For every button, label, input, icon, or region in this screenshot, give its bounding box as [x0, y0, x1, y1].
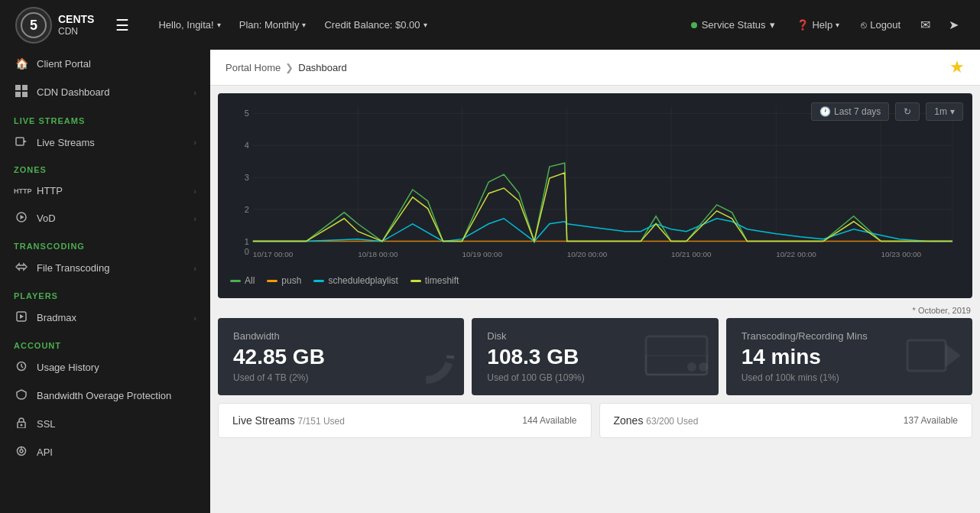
live-streams-available: 144 Available: [522, 415, 576, 426]
svg-text:3: 3: [245, 173, 249, 182]
legend-scheduledplaylist-label: scheduledplaylist: [328, 275, 398, 286]
chart-container: 🕐 Last 7 days ↻ 1m ▾: [218, 93, 972, 298]
topbar: 5 CENTS CDN ☰ Hello, Ingita! ▾ Plan: Mon…: [0, 0, 980, 50]
section-zones: ZONES: [0, 156, 210, 177]
october-note: * October, 2019: [210, 306, 980, 318]
svg-text:10/20 00:00: 10/20 00:00: [567, 250, 608, 258]
sidebar-live-streams-label: Live Streams: [37, 137, 95, 148]
logout-button[interactable]: ⎋ Logout: [853, 15, 908, 35]
sidebar-item-bandwidth-protection[interactable]: Bandwidth Overage Protection: [0, 382, 210, 410]
time-range-label: Last 7 days: [834, 106, 881, 117]
plan-chevron: ▾: [302, 21, 306, 29]
legend-scheduledplaylist: scheduledplaylist: [313, 275, 398, 286]
svg-point-49: [687, 362, 696, 372]
sidebar-item-ssl[interactable]: SSL: [0, 410, 210, 438]
legend-all: All: [230, 275, 255, 286]
favorite-button[interactable]: ★: [949, 57, 965, 77]
logo-text: CENTS CDN: [58, 13, 94, 37]
svg-text:10/22 00:00: 10/22 00:00: [776, 250, 816, 258]
sidebar-item-http[interactable]: HTTP HTTP ›: [0, 177, 210, 204]
ssl-icon: [14, 417, 29, 430]
sidebar-item-bradmax[interactable]: Bradmax ›: [0, 304, 210, 332]
greeting-button[interactable]: Hello, Ingita! ▾: [151, 15, 228, 35]
sidebar-item-vod[interactable]: VoD ›: [0, 204, 210, 232]
topbar-right: Service Status ▾ ❓ Help ▾ ⎋ Logout ✉ ➤: [683, 15, 965, 35]
bradmax-icon: [14, 311, 29, 324]
help-chevron: ▾: [836, 21, 839, 29]
sidebar: 🏠 Client Portal CDN Dashboard › LIVE STR…: [0, 50, 210, 513]
transcoding-card: Transcoding/Recording Mins 14 mins Used …: [726, 318, 972, 395]
clock-icon: 🕐: [819, 106, 831, 117]
help-icon: ❓: [797, 19, 809, 31]
legend-all-color: [230, 280, 241, 282]
help-button[interactable]: ❓ Help ▾: [789, 15, 847, 35]
svg-text:10/18 00:00: 10/18 00:00: [358, 250, 398, 258]
mail-button[interactable]: ✉: [914, 15, 936, 35]
breadcrumb-current: Dashboard: [298, 62, 347, 73]
breadcrumb-home[interactable]: Portal Home: [226, 62, 281, 73]
api-icon: [14, 446, 29, 459]
hamburger-button[interactable]: ☰: [109, 13, 135, 37]
chart-svg: 5 4 3 2 1 0 10/17 00:00 10/18 00:00 10/1…: [230, 106, 960, 266]
sidebar-item-usage-history[interactable]: Usage History: [0, 353, 210, 382]
credit-chevron: ▾: [423, 21, 427, 29]
section-players: PLAYERS: [0, 282, 210, 304]
section-transcoding: TRANSCODING: [0, 232, 210, 254]
sidebar-item-cdn-dashboard[interactable]: CDN Dashboard ›: [0, 77, 210, 107]
send-button[interactable]: ➤: [943, 15, 965, 35]
legend-all-label: All: [245, 275, 255, 286]
plan-button[interactable]: Plan: Monthly ▾: [232, 15, 314, 35]
time-range-button[interactable]: 🕐 Last 7 days: [811, 102, 889, 121]
sidebar-item-live-streams[interactable]: Live Streams ›: [0, 128, 210, 156]
sidebar-bandwidth-protection-label: Bandwidth Overage Protection: [37, 390, 171, 401]
sidebar-api-label: API: [37, 446, 53, 458]
logout-text: Logout: [870, 19, 900, 31]
logo-icon: 5: [15, 7, 52, 44]
service-status-button[interactable]: Service Status ▾: [683, 15, 784, 35]
greeting-text: Hello, Ingita!: [158, 19, 213, 31]
svg-text:5: 5: [245, 109, 249, 118]
zones-bottom-title: Zones 63/200 Used: [614, 414, 699, 427]
live-streams-chevron: ›: [193, 138, 196, 147]
sidebar-item-client-portal[interactable]: 🏠 Client Portal: [0, 50, 210, 77]
sidebar-item-file-transcoding[interactable]: File Transcoding ›: [0, 254, 210, 282]
legend-scheduledplaylist-color: [313, 280, 324, 282]
svg-rect-3: [22, 85, 28, 90]
svg-marker-11: [20, 314, 24, 319]
sidebar-client-portal-label: Client Portal: [37, 58, 91, 70]
interval-chevron: ▾: [950, 106, 955, 117]
breadcrumb-arrow: ❯: [285, 62, 294, 73]
credit-text: Credit Balance: $0.00: [324, 19, 420, 31]
credit-button[interactable]: Credit Balance: $0.00 ▾: [316, 15, 434, 35]
svg-text:10/21 00:00: 10/21 00:00: [671, 250, 712, 258]
legend-timeshift-color: [410, 280, 421, 282]
http-chevron: ›: [193, 187, 196, 196]
live-streams-icon: [14, 136, 29, 148]
sidebar-usage-history-label: Usage History: [37, 362, 99, 373]
svg-point-16: [20, 450, 23, 453]
svg-point-50: [699, 362, 708, 372]
live-streams-bottom-card: Live Streams 7/151 Used 144 Available: [218, 403, 592, 438]
svg-text:10/23 00:00: 10/23 00:00: [881, 250, 922, 258]
refresh-button[interactable]: ↻: [895, 102, 920, 121]
sidebar-ssl-label: SSL: [37, 418, 56, 430]
file-transcoding-chevron: ›: [193, 264, 196, 273]
svg-marker-9: [21, 215, 24, 219]
svg-rect-51: [907, 340, 946, 371]
svg-text:4: 4: [245, 141, 249, 150]
svg-point-45: [401, 331, 450, 380]
svg-rect-48: [646, 356, 707, 375]
bandwidth-icon: [395, 325, 456, 389]
svg-text:5: 5: [30, 18, 37, 33]
transcoding-icon: [14, 261, 29, 274]
interval-button[interactable]: 1m ▾: [926, 102, 963, 121]
main-layout: 🏠 Client Portal CDN Dashboard › LIVE STR…: [0, 50, 980, 513]
section-live-streams: LIVE STREAMS: [0, 107, 210, 128]
plan-text: Plan: Monthly: [239, 19, 300, 31]
http-icon: HTTP: [14, 187, 29, 195]
transcoding-card-icon: [904, 333, 965, 382]
legend-push-color: [267, 280, 277, 282]
chart-controls: 🕐 Last 7 days ↻ 1m ▾: [811, 102, 963, 121]
legend-timeshift-label: timeshift: [425, 275, 459, 286]
sidebar-item-api[interactable]: API: [0, 438, 210, 466]
